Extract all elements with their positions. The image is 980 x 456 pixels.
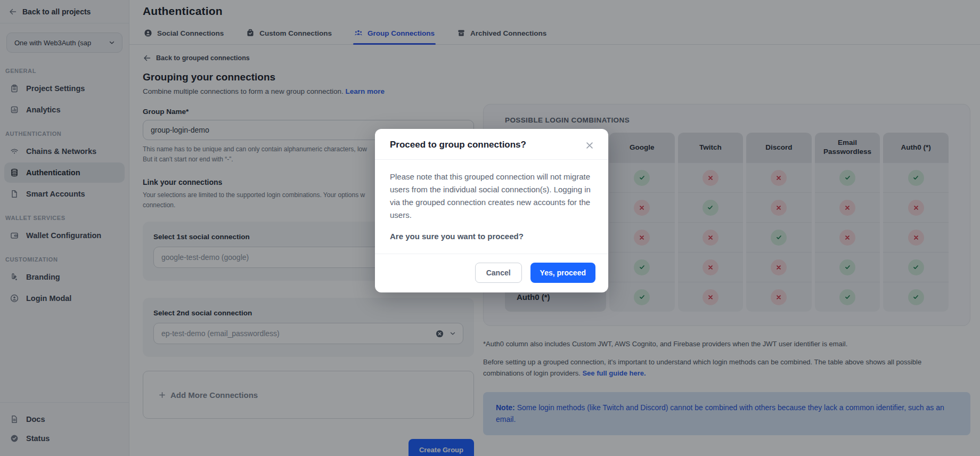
modal-footer: Cancel Yes, proceed [375, 254, 608, 292]
proceed-modal: Proceed to group connections? Please not… [375, 129, 608, 292]
modal-question: Are you sure you want to proceed? [390, 232, 592, 241]
modal-message: Please note that this grouped connection… [390, 170, 592, 222]
confirm-button[interactable]: Yes, proceed [530, 263, 595, 283]
modal-title: Proceed to group connections? [390, 140, 526, 150]
close-icon[interactable] [584, 140, 595, 151]
modal-body: Please note that this grouped connection… [375, 160, 608, 254]
modal-header: Proceed to group connections? [375, 129, 608, 160]
cancel-button[interactable]: Cancel [475, 263, 522, 283]
